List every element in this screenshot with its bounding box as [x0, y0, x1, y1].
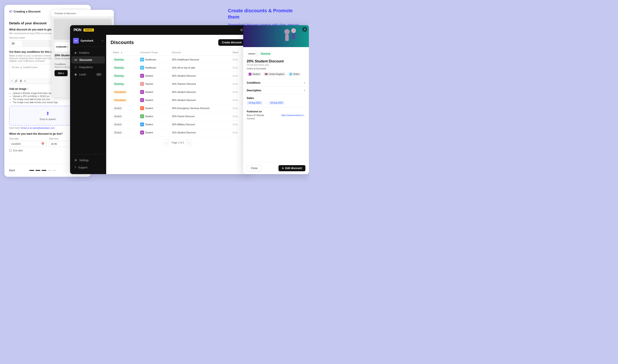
cell-discount: 20% Student Discount [170, 96, 230, 104]
status-badge: Ended [113, 123, 123, 126]
cell-starts: 16 Au [230, 88, 245, 96]
add-image-info-icon: ℹ [27, 88, 28, 91]
cell-status: Ended [111, 120, 138, 129]
detail-description-header[interactable]: Description ▾ [247, 89, 305, 92]
detail-conditions-title: Conditions [247, 81, 260, 84]
cell-status: Running [111, 56, 138, 64]
need-help-link[interactable]: Email us at sales@wearepion.com [21, 127, 55, 129]
group-icon: S [140, 90, 144, 94]
cell-group: S Student [138, 88, 170, 96]
preview-info-icon: ℹ [76, 12, 77, 15]
detail-panel: ✕ GYMSHARK ↗ Running 20% Student Discoun… [243, 25, 309, 174]
group-icon: S [140, 130, 144, 134]
link-icon[interactable]: 🔗 [14, 79, 18, 83]
create-discount-button[interactable]: Create discount [218, 39, 245, 46]
cell-discount: 10% off on top of sale [170, 64, 230, 72]
sidebar-item-leads[interactable]: ◉ Leads 287 [71, 71, 105, 78]
sidebar-item-support-label: Support [78, 166, 87, 169]
sidebar-bottom: ⚙ Settings ? Support [70, 154, 106, 171]
uk-flag-icon: 🇬🇧 [265, 73, 268, 76]
table-row[interactable]: Running H Healthcare 10% off on top of s… [111, 64, 245, 72]
consumer-group-chip: S Student [140, 114, 153, 118]
cell-group: T Teacher [138, 80, 170, 88]
detail-body: GYMSHARK ↗ Running 20% Student Discount … [243, 47, 309, 162]
analytics-icon: ◈ [75, 51, 77, 54]
progress-dots [29, 170, 56, 171]
page-info: Page 1 of 2 [172, 141, 184, 144]
detail-discount-sub: On full price items only [247, 64, 305, 66]
get-button[interactable]: Get c [54, 70, 68, 76]
table-row[interactable]: Ended S Student 20% Parent Discount 15 A… [111, 112, 245, 120]
gear-icon[interactable]: ⚙ [240, 28, 243, 32]
bold-icon[interactable]: B [20, 79, 22, 83]
sort-icon: ▲ [121, 52, 123, 54]
cell-status: Ended [111, 104, 138, 112]
sidebar-brand-name: Gymshark [81, 39, 93, 42]
consumer-group-chip: S Student [140, 98, 153, 102]
sidebar-item-settings-label: Settings [79, 159, 89, 162]
cell-starts: 16 Au [230, 64, 245, 72]
conditions-chevron-icon: ▾ [304, 81, 305, 84]
table-row[interactable]: Ended S Student 20% Military Discount 16… [111, 120, 245, 129]
gymshark-logo-text: GYMSHARK [56, 46, 66, 48]
prev-page-button[interactable]: ‹ [164, 140, 169, 145]
detail-section-published: Published on Beans ID Website https://ww… [247, 107, 305, 122]
sidebar-item-support[interactable]: ? Support [71, 164, 105, 171]
sidebar: GY Gymshark ▾ ◈ Analytics 🏷 Discounts ⬡ … [70, 35, 106, 174]
dot-4 [48, 170, 51, 171]
sidebar-item-analytics[interactable]: ◈ Analytics [71, 49, 105, 56]
discounts-table: Status ▲ Consumer Group Discount Starts … [111, 49, 245, 137]
table-row[interactable]: Ended S Student 20% Emergency Services D… [111, 104, 245, 112]
cell-discount: 20% Healthcare Discount [170, 56, 230, 64]
consumer-group-chip: S Student [140, 90, 153, 94]
sidebar-brand[interactable]: GY Gymshark ▾ [70, 38, 106, 47]
svg-rect-2 [285, 34, 289, 41]
table-row[interactable]: Running H Healthcare 20% Healthcare Disc… [111, 56, 245, 64]
col-starts: Starts [230, 49, 245, 56]
end-date-checkbox[interactable] [9, 149, 12, 152]
sidebar-item-discounts[interactable]: 🏷 Discounts [71, 56, 105, 64]
published-link[interactable]: https://www.beansid.co... [281, 114, 305, 117]
detail-tag-student: 🟪 Student [247, 72, 262, 76]
sidebar-item-settings[interactable]: ⚙ Settings [71, 156, 105, 164]
published-row: Beans ID Website https://www.beansid.co.… [247, 114, 305, 117]
start-date-input[interactable] [11, 143, 40, 145]
cell-status: Running [111, 72, 138, 80]
list-icon[interactable]: ≡ [24, 79, 26, 83]
group-icon: S [140, 122, 144, 126]
table-row[interactable]: Running S Student 20% Student Discount 1… [111, 72, 245, 80]
next-page-button[interactable]: › [186, 140, 192, 145]
sidebar-item-integrations[interactable]: ⬡ Integrations [71, 64, 105, 71]
group-icon: T [140, 82, 144, 86]
detail-dates-header[interactable]: Dates [247, 97, 305, 100]
table-row[interactable]: Ended S Student 15% Student Discount 16 … [111, 129, 245, 137]
discount-value-input[interactable] [9, 40, 23, 47]
table-row[interactable]: Scheduled S Student 20% Student Discount… [111, 88, 245, 96]
group-icon: H [140, 66, 144, 70]
dot-5 [52, 170, 56, 171]
edit-discount-button[interactable]: ✏ Edit discount [278, 165, 305, 171]
detail-brand-logo: GYMSHARK ↗ [247, 50, 257, 57]
main-app-window: PION PORTAL ⚙ ▾ GY Gymshark ▾ ◈ Analytic… [70, 25, 250, 174]
online-icon: 🌐 [289, 73, 292, 76]
date-to-chip: 28 Aug 2024 [269, 101, 284, 105]
detail-close-x-button[interactable]: ✕ [302, 27, 307, 32]
italic-icon[interactable]: I [12, 79, 12, 83]
sidebar-item-analytics-label: Analytics [79, 51, 89, 54]
cell-starts: 16 Au [230, 72, 245, 80]
settings-icon: ⚙ [75, 158, 77, 162]
cell-status: Ended [111, 129, 138, 137]
back-button[interactable]: Back [9, 169, 15, 172]
svg-rect-4 [292, 33, 295, 39]
detail-gymshark-text: GYMSHARK ↗ [248, 53, 256, 54]
published-site-label: Beans ID Website [247, 114, 264, 117]
discount-icon: 🏷 [9, 10, 12, 13]
close-button[interactable]: Close [247, 165, 262, 171]
cell-starts: 16 Au [230, 120, 245, 129]
consumer-group-chip: S Student [140, 130, 153, 134]
table-row[interactable]: Scheduled S Student 20% Student Discount… [111, 96, 245, 104]
table-row[interactable]: Running T Teacher 10% Teacher Discount 1… [111, 80, 245, 88]
detail-dates-title: Dates [247, 97, 254, 100]
detail-conditions-header[interactable]: Conditions ▾ [247, 81, 305, 84]
detail-section-conditions: Conditions ▾ [247, 79, 305, 87]
